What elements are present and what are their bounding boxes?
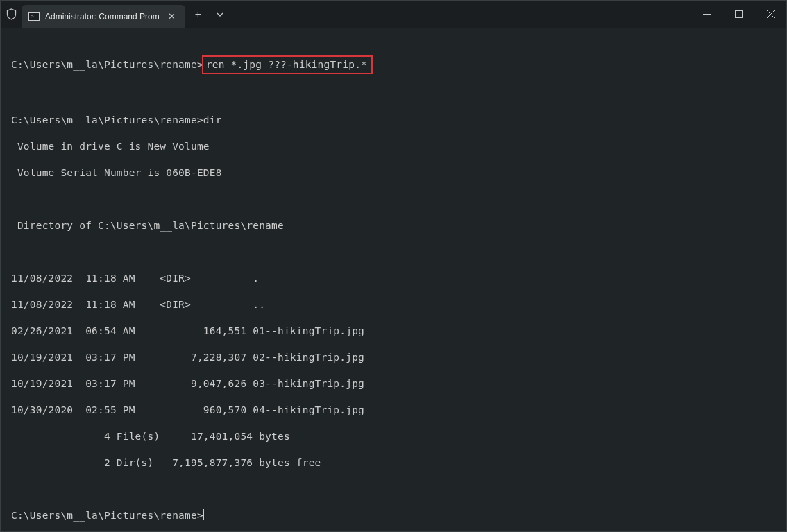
tab-title: Administrator: Command Prom [45,12,160,22]
output-line: Volume in drive C is New Volume [11,140,776,153]
prompt: C:\Users\m__la\Pictures\rename> [11,114,203,126]
active-tab[interactable]: >_ Administrator: Command Prom ✕ [22,5,185,28]
tab-dropdown-button[interactable] [211,10,229,19]
output-line: Directory of C:\Users\m__la\Pictures\ren… [11,219,776,232]
summary-line: 2 Dir(s) 7,195,877,376 bytes free [11,456,776,470]
svg-rect-1 [735,11,742,18]
dir-row: 02/26/2021 06:54 AM 164,551 01--hikingTr… [11,325,776,338]
tab-close-button[interactable]: ✕ [165,11,178,22]
new-tab-button[interactable]: + [185,8,211,21]
dir-row: 10/19/2021 03:17 PM 9,047,626 03--hiking… [11,377,776,391]
text-cursor [203,509,204,520]
title-bar: >_ Administrator: Command Prom ✕ + [1,1,786,28]
close-window-button[interactable] [754,1,786,28]
summary-line: 4 File(s) 17,401,054 bytes [11,430,776,443]
prompt: C:\Users\m__la\Pictures\rename> [11,510,203,521]
prompt: C:\Users\m__la\Pictures\rename> [11,59,203,70]
dir-row: 11/08/2022 11:18 AM <DIR> . [11,272,776,285]
highlighted-command: ren *.jpg ???-hikingTrip.* [202,55,373,74]
command-text: dir [203,114,222,126]
maximize-button[interactable] [722,1,754,28]
terminal-output[interactable]: C:\Users\m__la\Pictures\rename>ren *.jpg… [1,28,786,532]
dir-row: 11/08/2022 11:18 AM <DIR> .. [11,298,776,311]
minimize-button[interactable] [691,1,722,28]
cmd-icon: >_ [28,12,40,21]
dir-row: 10/19/2021 03:17 PM 7,228,307 02--hiking… [11,351,776,364]
shield-icon [1,8,22,20]
output-line: Volume Serial Number is 060B-EDE8 [11,166,776,180]
dir-row: 10/30/2020 02:55 PM 960,570 04--hikingTr… [11,404,776,417]
